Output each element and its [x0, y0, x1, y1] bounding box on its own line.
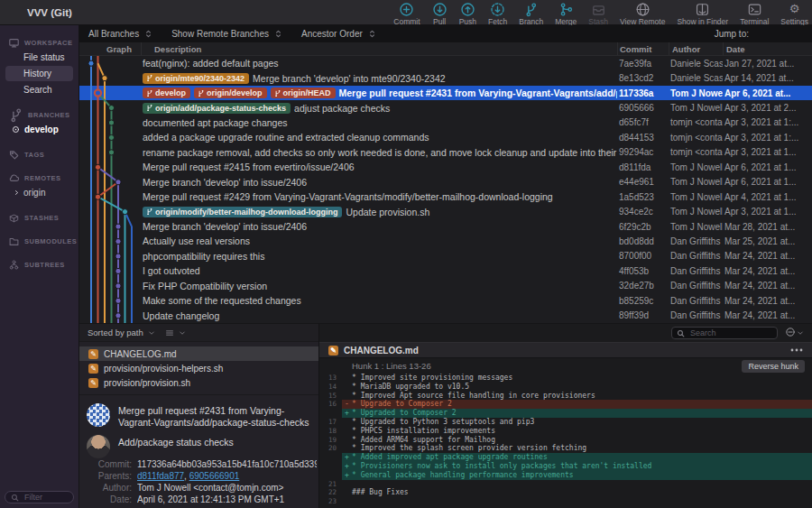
graph-cell	[79, 130, 141, 144]
commit-row[interactable]: documented apt package changesd65fc7ftom…	[79, 115, 812, 130]
diff-marker	[342, 374, 352, 383]
sidebar-section-subtrees[interactable]: SUBTREES	[0, 259, 78, 271]
toolbar-branch-button[interactable]: Branch	[519, 2, 543, 26]
branch-badge[interactable]: origin/develop	[194, 88, 267, 98]
detail-row-author: Author:Tom J Nowell <contact@tomjn.com>	[79, 482, 317, 494]
commit-row[interactable]: feat(nginx): added default pages7ae39faD…	[79, 56, 812, 70]
graph-cell	[79, 249, 141, 263]
toolbar-settings-button[interactable]: ⚙Settings	[780, 2, 808, 26]
toolbar-push-button[interactable]: Push	[459, 2, 476, 26]
commit-row[interactable]: Merge pull request #2415 from evertiro/i…	[79, 160, 812, 174]
commit-row[interactable]: I got outvoted4ff053bDan Griffiths <dg..…	[79, 263, 812, 278]
branch-badge[interactable]: origin/HEAD	[271, 88, 336, 98]
branch-badge-label: origin/mte90/2340-2342	[155, 74, 245, 83]
file-row-provision-provision-sh[interactable]: ✎provision/provision.sh	[79, 375, 318, 390]
sidebar-section-submodules[interactable]: SUBMODULES	[0, 236, 78, 247]
commit-date: Apr 6, 2021 at...	[723, 88, 812, 98]
branch-filter-select[interactable]: All Branches	[88, 29, 152, 39]
commit-row[interactable]: added a package upgrade routine and extr…	[79, 130, 812, 144]
sidebar-filter-input[interactable]	[23, 492, 68, 503]
file-row-provision-provision-helpers-sh[interactable]: ✎provision/provision-helpers.sh	[79, 361, 318, 375]
commit-row[interactable]: Actually use real versionsbd0d8ddDan Gri…	[79, 234, 812, 248]
parent-commit-link[interactable]: 6905666901	[189, 471, 240, 481]
commit-date: Apr 3, 2021 at 1...	[723, 147, 812, 157]
commit-row[interactable]: phpcompatibility requires this8700f00Dan…	[79, 249, 812, 263]
toolbar-view-remote-button[interactable]: View Remote	[620, 2, 665, 26]
order-select[interactable]: Ancestor Order	[301, 29, 375, 39]
commit-row[interactable]: Merge branch 'develop' into issue/24066f…	[79, 219, 812, 234]
chevron-down-icon	[148, 329, 155, 337]
sidebar-section-label: TAGS	[24, 151, 44, 159]
sidebar-section-tags[interactable]: TAGS	[0, 149, 78, 161]
submodule-icon	[8, 236, 20, 247]
sidebar-section-label: WORKSPACE	[24, 39, 73, 47]
sidebar-section-branches[interactable]: BRANCHES	[0, 109, 78, 121]
ring-dot-icon	[12, 125, 20, 134]
commit-subject: Actually use real versions	[143, 236, 250, 246]
diff-text: * Upgraded to Composer 2	[352, 409, 457, 418]
sidebar-section-stashes[interactable]: STASHES	[0, 212, 78, 224]
commit-row[interactable]: origin/modify/better-mailhog-download-lo…	[79, 204, 812, 218]
commit-row[interactable]: rename package removal, add checks so on…	[79, 145, 812, 160]
updown-stepper-icon	[145, 30, 152, 38]
toolbar-terminal-button[interactable]: Terminal	[740, 2, 769, 26]
sort-by-path-control[interactable]: Sorted by path	[88, 328, 143, 337]
sidebar-item-develop[interactable]: develop	[5, 122, 73, 137]
line-number: 19	[319, 436, 342, 445]
commit-hash: 32de27b	[617, 281, 669, 291]
diff-text: * MariaDB upgraded to v10.5	[352, 383, 469, 392]
modified-file-icon: ✎	[88, 378, 98, 388]
sidebar-item-file-status[interactable]: File status	[5, 50, 73, 65]
diff-search-box[interactable]	[671, 327, 778, 339]
toolbar-show-in-finder-button[interactable]: Show in Finder	[677, 2, 728, 26]
sidebar-item-origin[interactable]: origin	[5, 185, 73, 200]
toolbar-merge-button[interactable]: Merge	[555, 2, 577, 26]
commit-date: Mar 24, 2021 at...	[723, 266, 812, 276]
diff-search-input[interactable]	[688, 328, 772, 338]
commit-row[interactable]: origin/mte90/2340-2342Merge branch 'deve…	[79, 70, 812, 85]
commit-author: Dan Griffiths <dg...	[669, 236, 723, 246]
file-row-changelog-md[interactable]: ✎CHANGELOG.md	[79, 346, 318, 361]
commit-row[interactable]: developorigin/developorigin/HEADMerge pu…	[79, 86, 812, 100]
toolbar-pull-button[interactable]: Pull	[432, 2, 448, 26]
diff-options-button[interactable]	[790, 348, 803, 352]
modified-file-icon: ✎	[328, 346, 338, 356]
branch-badge[interactable]: origin/modify/better-mailhog-download-lo…	[143, 207, 342, 217]
diff-context-line: 13* Improved site provisioning messages	[319, 374, 812, 383]
reverse-hunk-button[interactable]: Reverse hunk	[742, 360, 805, 373]
toolbar-stash-button: Stash	[588, 2, 608, 26]
branch-badge[interactable]: develop	[143, 88, 190, 98]
commit-row[interactable]: Merge pull request #2429 from Varying-Va…	[79, 189, 812, 204]
commit-row[interactable]: Fix PHP Compatibility version32de27bDan …	[79, 279, 812, 293]
sidebar-item-history[interactable]: History	[5, 66, 73, 81]
diff-filter-button[interactable]	[785, 325, 804, 341]
sidebar-section-workspace[interactable]: WORKSPACE	[0, 37, 78, 49]
branch-badge-label: develop	[155, 88, 186, 97]
sidebar-item-label: File status	[23, 52, 65, 62]
commit-date: Mar 24, 2021 at...	[723, 281, 812, 291]
commit-subject: Update changelog	[143, 310, 219, 321]
minus-circle-icon	[785, 325, 796, 341]
line-number	[319, 471, 342, 480]
commit-row[interactable]: origin/add/package-status-checksadjust p…	[79, 100, 812, 115]
remote-branches-select[interactable]: Show Remote Branches	[171, 29, 281, 39]
branch-badge[interactable]: origin/add/package-status-checks	[143, 103, 291, 114]
toolbar-fetch-button[interactable]: Fetch	[488, 2, 507, 26]
sidebar-filter[interactable]	[5, 491, 74, 503]
diff-marker: +	[342, 409, 352, 418]
column-header-author: Author	[669, 42, 723, 55]
toolbar-commit-button[interactable]: Commit	[393, 2, 420, 26]
sidebar-section-remotes[interactable]: REMOTES	[0, 172, 78, 184]
commit-row[interactable]: Update changelog89ff39dDan Griffiths <dg…	[79, 308, 812, 322]
diff-text: ### Bug Fixes	[352, 488, 409, 497]
sidebar-item-search[interactable]: Search	[5, 82, 73, 97]
commit-metadata: Commit:117336a64bb03a953a15b41fa10c710a5…	[79, 458, 317, 505]
branch-badge-icon	[146, 208, 152, 216]
branch-badge[interactable]: origin/mte90/2340-2342	[143, 73, 249, 84]
commit-hash: 6f29c2b	[617, 222, 669, 232]
parent-commit-link[interactable]: d811fda877	[137, 471, 184, 481]
commit-row[interactable]: Make some of the requested changesb85259…	[79, 293, 812, 308]
column-header-date: Date	[723, 42, 812, 55]
commit-row[interactable]: Merge branch 'develop' into issue/2406e4…	[79, 175, 812, 189]
commit-author: Tom J Nowell <c...	[669, 222, 723, 232]
